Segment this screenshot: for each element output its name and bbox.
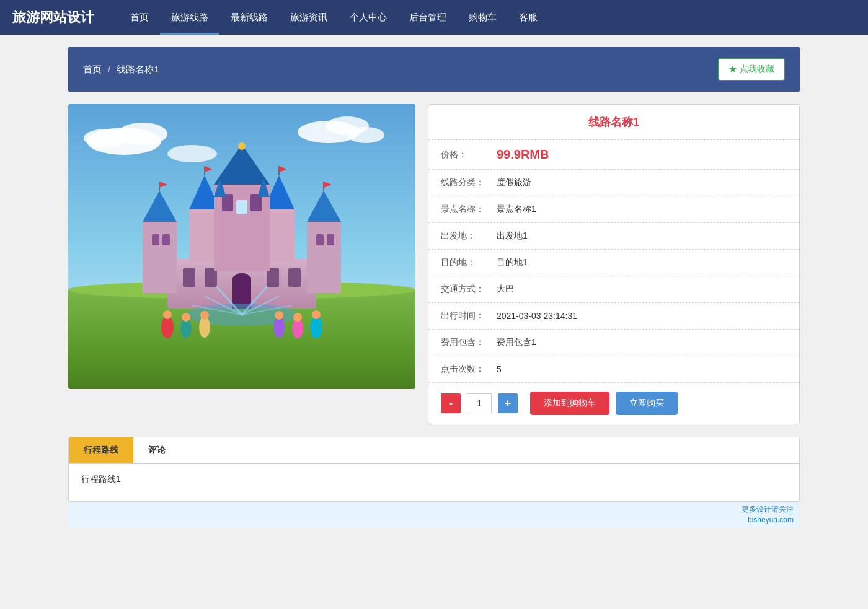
breadcrumb-current: 线路名称1 bbox=[117, 64, 159, 76]
svg-point-7 bbox=[167, 145, 217, 162]
destination-value: 目的地1 bbox=[497, 257, 528, 268]
time-row: 出行时间： 2021-03-03 23:14:31 bbox=[428, 302, 799, 329]
nav-news[interactable]: 旅游资讯 bbox=[279, 0, 339, 35]
category-label: 线路分类： bbox=[441, 177, 497, 188]
brand-logo: 旅游网站设计 bbox=[12, 8, 94, 27]
svg-point-50 bbox=[275, 311, 283, 320]
nav-admin[interactable]: 后台管理 bbox=[398, 0, 458, 35]
scenic-value: 景点名称1 bbox=[497, 204, 536, 215]
nav-cart[interactable]: 购物车 bbox=[458, 0, 508, 35]
info-panel: 线路名称1 价格： 99.9RMB 线路分类： 度假旅游 景点名称： 景点名称1… bbox=[428, 104, 800, 424]
scenic-row: 景点名称： 景点名称1 bbox=[428, 196, 799, 222]
scenic-label: 景点名称： bbox=[441, 204, 497, 215]
svg-point-46 bbox=[182, 313, 190, 322]
nav-routes[interactable]: 旅游线路 bbox=[160, 0, 219, 35]
svg-point-47 bbox=[199, 317, 210, 338]
includes-row: 费用包含： 费用包含1 bbox=[428, 329, 799, 356]
buy-now-button[interactable]: 立即购买 bbox=[616, 392, 678, 415]
price-row: 价格： 99.9RMB bbox=[428, 139, 799, 169]
svg-point-53 bbox=[310, 316, 322, 338]
breadcrumb-home[interactable]: 首页 bbox=[83, 64, 102, 76]
departure-value: 出发地1 bbox=[497, 230, 528, 242]
quantity-row: - + 添加到购物车 立即购买 bbox=[428, 382, 799, 424]
nav-personal[interactable]: 个人中心 bbox=[339, 0, 398, 35]
clicks-value: 5 bbox=[497, 364, 502, 374]
detail-section: 线路名称1 价格： 99.9RMB 线路分类： 度假旅游 景点名称： 景点名称1… bbox=[68, 104, 800, 424]
nav-menu: 首页 旅游线路 最新线路 旅游资讯 个人中心 后台管理 购物车 客服 bbox=[119, 0, 856, 35]
clicks-label: 点击次数： bbox=[441, 364, 497, 375]
includes-value: 费用包含1 bbox=[497, 337, 536, 348]
quantity-plus-button[interactable]: + bbox=[498, 393, 518, 413]
category-row: 线路分类： 度假旅游 bbox=[428, 169, 799, 196]
svg-rect-14 bbox=[288, 268, 301, 287]
tab-reviews[interactable]: 评论 bbox=[133, 437, 180, 463]
nav-home[interactable]: 首页 bbox=[119, 0, 160, 35]
navbar: 旅游网站设计 首页 旅游线路 最新线路 旅游资讯 个人中心 后台管理 购物车 客… bbox=[0, 0, 868, 35]
tabs-section: 行程路线 评论 行程路线1 bbox=[68, 437, 800, 502]
svg-point-43 bbox=[161, 316, 174, 338]
tabs-content: 行程路线1 bbox=[69, 464, 799, 501]
product-image bbox=[68, 104, 415, 389]
category-value: 度假旅游 bbox=[497, 177, 531, 188]
price-value: 99.9RMB bbox=[497, 147, 549, 162]
add-to-cart-button[interactable]: 添加到购物车 bbox=[530, 392, 609, 415]
clicks-row: 点击次数： 5 bbox=[428, 356, 799, 382]
transport-label: 交通方式： bbox=[441, 284, 497, 295]
watermark: 更多设计请关注 bisheyun.com bbox=[68, 502, 800, 528]
svg-point-52 bbox=[293, 313, 302, 322]
tabs-header: 行程路线 评论 bbox=[69, 437, 799, 464]
breadcrumb-separator: / bbox=[108, 64, 110, 75]
transport-row: 交通方式： 大巴 bbox=[428, 276, 799, 302]
svg-point-49 bbox=[273, 317, 285, 338]
svg-rect-18 bbox=[162, 234, 170, 245]
svg-rect-30 bbox=[236, 200, 247, 214]
castle-illustration bbox=[68, 104, 415, 389]
watermark-line1: 更多设计请关注 bbox=[74, 504, 794, 515]
svg-point-54 bbox=[312, 310, 321, 319]
product-image-container bbox=[68, 104, 415, 389]
favorite-button[interactable]: ★ 点我收藏 bbox=[718, 58, 785, 81]
breadcrumb: 首页 / 线路名称1 bbox=[83, 64, 159, 76]
svg-point-48 bbox=[200, 311, 209, 320]
svg-point-3 bbox=[84, 129, 127, 147]
quantity-minus-button[interactable]: - bbox=[441, 393, 461, 413]
departure-row: 出发地： 出发地1 bbox=[428, 222, 799, 249]
svg-point-6 bbox=[347, 127, 384, 143]
svg-rect-19 bbox=[307, 222, 341, 293]
watermark-line2: bisheyun.com bbox=[74, 515, 794, 525]
nav-service[interactable]: 客服 bbox=[508, 0, 549, 35]
destination-row: 目的地： 目的地1 bbox=[428, 249, 799, 276]
time-label: 出行时间： bbox=[441, 310, 497, 322]
quantity-input[interactable] bbox=[467, 393, 492, 413]
main-container: 首页 / 线路名称1 ★ 点我收藏 bbox=[62, 47, 806, 528]
price-label: 价格： bbox=[441, 149, 497, 160]
svg-point-32 bbox=[238, 142, 246, 150]
svg-rect-15 bbox=[143, 222, 177, 293]
tab-itinerary[interactable]: 行程路线 bbox=[69, 437, 133, 463]
departure-label: 出发地： bbox=[441, 230, 497, 242]
destination-label: 目的地： bbox=[441, 257, 497, 268]
svg-rect-11 bbox=[183, 268, 195, 287]
svg-rect-17 bbox=[152, 234, 159, 245]
transport-value: 大巴 bbox=[497, 284, 514, 295]
svg-rect-22 bbox=[327, 234, 334, 245]
includes-label: 费用包含： bbox=[441, 337, 497, 348]
svg-rect-21 bbox=[316, 234, 324, 245]
nav-new-routes[interactable]: 最新线路 bbox=[219, 0, 279, 35]
time-value: 2021-03-03 23:14:31 bbox=[497, 311, 577, 321]
svg-point-44 bbox=[163, 310, 172, 319]
product-title: 线路名称1 bbox=[428, 105, 799, 139]
itinerary-content: 行程路线1 bbox=[81, 474, 121, 484]
breadcrumb-bar: 首页 / 线路名称1 ★ 点我收藏 bbox=[68, 47, 800, 92]
